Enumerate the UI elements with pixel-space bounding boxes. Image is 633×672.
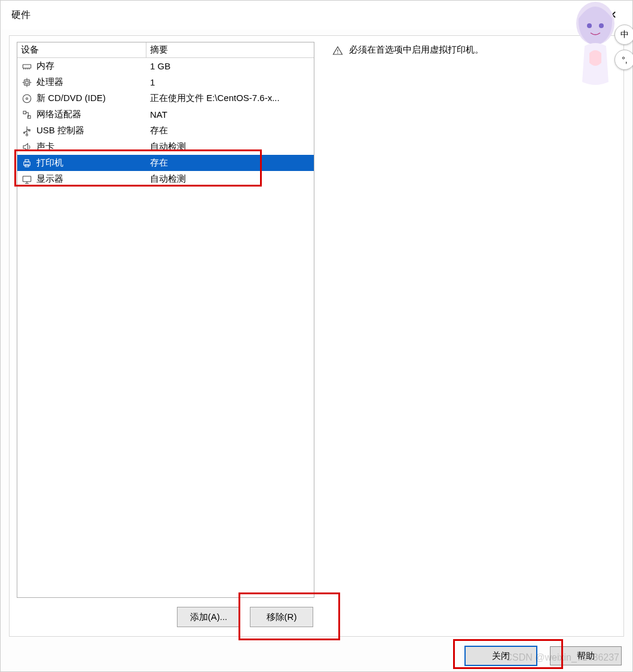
device-name-cell: 打印机 (17, 155, 146, 171)
warning-message: 必须在首选项中启用虚拟打印机。 (332, 44, 616, 56)
left-column: 设备 摘要 内存1 GB处理器1新 CD/DVD (IDE)正在使用文件 E:\… (17, 42, 314, 598)
usb-icon (21, 125, 33, 137)
device-name: 新 CD/DVD (IDE) (36, 93, 106, 104)
svg-point-11 (23, 94, 31, 103)
device-name-cell: 显示器 (17, 171, 146, 187)
device-name: 网络适配器 (36, 109, 81, 120)
close-button[interactable]: 关闭 (465, 646, 537, 665)
device-name: 打印机 (36, 157, 63, 169)
device-row[interactable]: 声卡自动检测 (17, 139, 314, 155)
device-name-cell: 内存 (17, 58, 146, 74)
right-panel: 必须在首选项中启用虚拟打印机。 (332, 42, 616, 598)
window-title: 硬件 (11, 9, 30, 22)
help-button[interactable]: 帮助 (550, 646, 622, 665)
device-row[interactable]: 处理器1 (17, 74, 314, 90)
device-row[interactable]: 内存1 GB (17, 58, 314, 74)
device-summary-cell: 存在 (146, 123, 314, 139)
svg-point-15 (26, 134, 28, 136)
device-summary-cell: 正在使用文件 E:\CentOS-7.6-x... (146, 90, 314, 106)
device-name-cell: USB 控制器 (17, 123, 146, 139)
header-summary[interactable]: 摘要 (146, 42, 314, 58)
svg-point-17 (23, 132, 25, 133)
device-name-cell: 新 CD/DVD (IDE) (17, 90, 146, 106)
window-close-button[interactable]: ✕ (600, 3, 624, 27)
dialog-footer: 关闭 帮助 (465, 646, 622, 665)
speaker-icon (21, 141, 33, 153)
device-summary-cell: 1 GB (146, 58, 314, 74)
device-buttons: 添加(A)... 移除(R) (10, 604, 623, 630)
device-name: 处理器 (36, 77, 63, 88)
hardware-settings-window: 硬件 ✕ 设备 摘要 内存1 GB处理器1新 CD/DVD (IDE)正在使用文… (0, 0, 633, 672)
device-summary-cell: NAT (146, 106, 314, 123)
device-summary-cell: 存在 (146, 155, 314, 171)
device-name-cell: 声卡 (17, 139, 146, 155)
device-table: 设备 摘要 内存1 GB处理器1新 CD/DVD (IDE)正在使用文件 E:\… (17, 42, 314, 598)
device-name: 显示器 (36, 173, 63, 185)
device-row[interactable]: 新 CD/DVD (IDE)正在使用文件 E:\CentOS-7.6-x... (17, 90, 314, 106)
svg-point-12 (26, 97, 28, 99)
svg-rect-16 (29, 129, 30, 130)
network-icon (21, 109, 33, 121)
device-row[interactable]: 显示器自动检测 (17, 171, 314, 187)
device-row[interactable]: 打印机存在 (17, 155, 314, 171)
svg-rect-19 (25, 160, 29, 162)
device-name: 声卡 (36, 141, 54, 152)
device-summary-cell: 自动检测 (146, 139, 314, 155)
cpu-icon (21, 77, 33, 88)
device-name-cell: 处理器 (17, 74, 146, 90)
add-button[interactable]: 添加(A)... (177, 607, 240, 627)
device-summary-cell: 1 (146, 74, 314, 90)
device-row[interactable]: USB 控制器存在 (17, 123, 314, 139)
display-icon (21, 173, 33, 185)
dialog-body: 设备 摘要 内存1 GB处理器1新 CD/DVD (IDE)正在使用文件 E:\… (9, 35, 624, 637)
svg-rect-5 (25, 80, 30, 85)
titlebar: 硬件 ✕ (1, 1, 632, 29)
svg-rect-6 (26, 81, 29, 84)
warning-text: 必须在首选项中启用虚拟打印机。 (349, 44, 484, 56)
remove-button[interactable]: 移除(R) (250, 607, 313, 627)
svg-point-25 (337, 53, 338, 54)
memory-icon (21, 60, 33, 72)
svg-rect-21 (23, 176, 31, 181)
svg-rect-18 (24, 161, 30, 165)
header-device[interactable]: 设备 (17, 42, 146, 58)
close-icon: ✕ (608, 8, 617, 22)
device-summary-cell: 自动检测 (146, 171, 314, 187)
device-row[interactable]: 网络适配器NAT (17, 106, 314, 123)
svg-rect-13 (23, 111, 26, 114)
disc-icon (21, 93, 33, 105)
printer-icon (21, 157, 33, 169)
device-name-cell: 网络适配器 (17, 106, 146, 123)
table-header: 设备 摘要 (17, 42, 314, 58)
device-name: 内存 (36, 60, 54, 72)
device-name: USB 控制器 (36, 125, 84, 136)
svg-rect-0 (23, 65, 31, 68)
warning-icon (332, 45, 343, 56)
